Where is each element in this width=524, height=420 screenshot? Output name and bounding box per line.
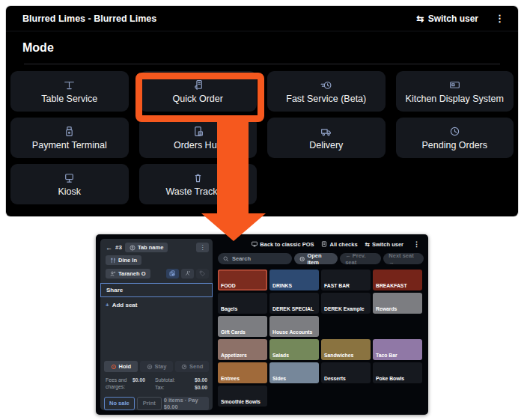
- back-to-classic-pos-button[interactable]: Back to classic POS: [252, 241, 314, 248]
- target-icon: [299, 256, 305, 262]
- qo-switch-user-button[interactable]: ⇆ Switch user: [365, 241, 403, 248]
- send-button[interactable]: Send: [175, 361, 209, 372]
- check-number: #3: [115, 244, 122, 251]
- plus-icon: +: [106, 302, 109, 308]
- category-tile-label: Sandwiches: [324, 353, 353, 358]
- mode-button-kiosk[interactable]: Kiosk: [10, 164, 129, 204]
- no-sale-button[interactable]: No sale: [104, 397, 135, 410]
- category-tile-house-accounts[interactable]: House Accounts: [269, 316, 319, 337]
- payment-terminal-icon: [63, 125, 76, 138]
- mode-button-label: Fast Service (Beta): [286, 94, 366, 104]
- category-tile-poke-bowls[interactable]: Poke Bowls: [373, 362, 422, 383]
- category-tile-rewards[interactable]: Rewards: [373, 293, 422, 314]
- category-tile-appetizers[interactable]: Appetizers: [218, 339, 267, 360]
- back-arrow-icon[interactable]: ←: [106, 244, 112, 252]
- category-tile-label: DEREK Example: [324, 306, 365, 311]
- category-tile-label: Entrees: [221, 376, 240, 381]
- mode-button-pending-orders[interactable]: Pending Orders: [396, 118, 514, 158]
- mode-button-label: Table Service: [41, 94, 97, 104]
- category-tile-fast-bar[interactable]: FAST BAR: [321, 270, 371, 290]
- monitor-icon: [252, 241, 258, 247]
- totals-summary: Fees and charges: $0.00 Subtotal: $0.00 …: [100, 372, 213, 394]
- category-tile-label: Desserts: [324, 376, 346, 381]
- open-item-button[interactable]: Open item: [294, 253, 338, 264]
- down-arrow-head: [201, 213, 266, 241]
- empty-grid-cell: [373, 386, 422, 407]
- switch-user-button[interactable]: ⇆ Switch user: [417, 13, 478, 24]
- check-kebab-menu-icon[interactable]: ⋮: [196, 243, 209, 252]
- category-tile-drinks[interactable]: DRINKS: [269, 270, 319, 290]
- server-chip[interactable]: Taraneh O: [106, 269, 150, 279]
- delivery-icon: [320, 125, 332, 138]
- orders-hub-icon: [192, 125, 204, 138]
- mode-button-table-service[interactable]: Table Service: [10, 71, 129, 112]
- dine-in-chip[interactable]: Dine In: [106, 255, 141, 265]
- category-tile-label: BREAKFAST: [376, 283, 407, 288]
- print-button[interactable]: Print: [137, 397, 162, 410]
- table-icon: [63, 79, 76, 91]
- all-checks-button[interactable]: All checks: [321, 241, 357, 248]
- category-tile-label: Sides: [272, 376, 286, 381]
- tab-name-button[interactable]: Tab name: [125, 243, 168, 252]
- kebab-menu-icon[interactable]: ⋮: [492, 13, 508, 23]
- category-tile-desserts[interactable]: Desserts: [321, 362, 371, 383]
- stay-icon: [147, 364, 153, 370]
- category-tile-food[interactable]: FOOD: [218, 270, 267, 290]
- mode-button-kitchen-display-system[interactable]: Kitchen Display System: [396, 71, 514, 112]
- mode-button-delivery[interactable]: Delivery: [267, 118, 386, 158]
- page-title: Mode: [22, 41, 502, 55]
- switch-arrows-icon: ⇆: [365, 241, 370, 248]
- category-tile-label: FOOD: [221, 283, 236, 288]
- hold-button[interactable]: Hold: [104, 361, 138, 372]
- next-seat-button[interactable]: Next seat →: [383, 253, 424, 264]
- empty-grid-cell: [373, 316, 422, 337]
- mode-button-payment-terminal[interactable]: Payment Terminal: [10, 118, 129, 158]
- search-input[interactable]: Search: [218, 253, 292, 264]
- split-check-button[interactable]: [181, 269, 194, 279]
- person-star-icon: [110, 271, 116, 277]
- category-tile-grid: FOODDRINKSFAST BARBREAKFASTBagelsDEREK S…: [218, 270, 424, 407]
- category-tile-label: DEREK SPECIAL: [272, 306, 314, 311]
- category-tile-sides[interactable]: Sides: [269, 362, 319, 383]
- search-placeholder: Search: [232, 255, 251, 262]
- category-tile-label: FAST BAR: [324, 283, 350, 288]
- kiosk-icon: [63, 171, 76, 184]
- check-panel: ← #3 Tab name ⋮ Dine In Taraneh O: [100, 239, 213, 410]
- category-tile-taco-bar[interactable]: Taco Bar: [373, 339, 422, 360]
- qo-kebab-menu-icon[interactable]: ⋮: [411, 240, 422, 248]
- mode-button-label: Kitchen Display System: [406, 94, 504, 104]
- mode-button-label: Kiosk: [58, 186, 81, 197]
- seat-share-row[interactable]: Share: [100, 283, 213, 297]
- add-seat-button[interactable]: + Add seat: [100, 297, 213, 313]
- category-tile-bagels[interactable]: Bagels: [218, 293, 267, 314]
- category-tile-smoothie-bowls[interactable]: Smoothie Bowls: [218, 386, 267, 407]
- category-tile-gift-cards[interactable]: Gift Cards: [218, 316, 267, 337]
- utensils-icon: [110, 258, 116, 264]
- switch-arrows-icon: ⇆: [417, 14, 424, 23]
- copy-check-icon: [169, 270, 176, 277]
- category-tile-label: Taco Bar: [376, 353, 397, 358]
- fast-service-icon: [320, 79, 332, 91]
- category-tile-label: DRINKS: [272, 283, 292, 288]
- mode-button-fast-service-beta[interactable]: Fast Service (Beta): [267, 71, 386, 112]
- menu-area: Back to classic POS All checks ⇆ Switch …: [218, 234, 424, 415]
- discount-tag-button[interactable]: [196, 269, 209, 279]
- category-tile-entrees[interactable]: Entrees: [218, 362, 267, 383]
- combine-checks-button[interactable]: [166, 269, 179, 279]
- down-arrow-annotation: [217, 120, 249, 214]
- category-tile-derek-special[interactable]: DEREK SPECIAL: [269, 293, 319, 314]
- split-icon: [184, 270, 191, 277]
- category-tile-label: House Accounts: [272, 329, 312, 335]
- checks-document-icon: [321, 241, 327, 247]
- pay-button[interactable]: 0 items · Pay $0.00: [164, 397, 209, 410]
- stay-button[interactable]: Stay: [140, 361, 174, 372]
- category-tile-salads[interactable]: Salads: [269, 339, 319, 360]
- category-tile-derek-example[interactable]: DEREK Example: [321, 293, 371, 314]
- category-tile-breakfast[interactable]: BREAKFAST: [373, 270, 422, 290]
- hold-icon: [111, 364, 117, 370]
- tag-icon: [199, 270, 206, 277]
- switch-user-label: Switch user: [428, 13, 478, 24]
- prev-seat-button[interactable]: ← Prev. seat: [340, 253, 381, 264]
- category-tile-sandwiches[interactable]: Sandwiches: [321, 339, 371, 360]
- mode-button-label: Orders Hub: [174, 140, 222, 150]
